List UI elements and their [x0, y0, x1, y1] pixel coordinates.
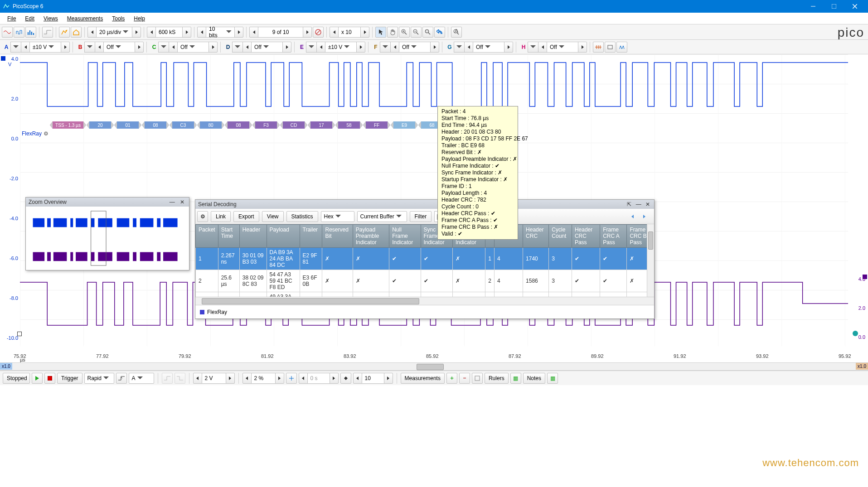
notes-icon[interactable]: ▦	[547, 373, 558, 384]
table-header-cell[interactable]: Start Time	[218, 225, 239, 248]
menu-help[interactable]: Help	[129, 14, 150, 24]
table-header-cell[interactable]: Trailer	[300, 225, 322, 248]
decode-cell[interactable]: 08	[225, 121, 252, 129]
signal-gen-icon[interactable]	[42, 27, 53, 38]
pointer-tool-icon[interactable]	[375, 27, 386, 38]
measurements-add-icon[interactable]: ＋	[446, 373, 457, 384]
channel-a-range-prev[interactable]	[21, 42, 30, 53]
channel-h-range-next[interactable]	[578, 42, 587, 53]
measurements-remove-icon[interactable]: －	[459, 373, 470, 384]
serial-format-select[interactable]: Hex	[321, 211, 354, 222]
zoom-rect-icon[interactable]	[422, 27, 433, 38]
serial-panel-titlebar[interactable]: Serial Decoding ⇱ — ✕	[195, 200, 654, 209]
table-header-cell[interactable]: Payload	[267, 225, 300, 248]
main-scrollbar-h[interactable]: x1.0 x1.0	[0, 362, 868, 371]
serial-filter-button[interactable]: Filter	[410, 211, 432, 222]
table-header-cell[interactable]: Header CRC Pass	[572, 225, 600, 248]
serial-scrollbar-h[interactable]	[195, 297, 654, 305]
channel-e-range-next[interactable]	[356, 42, 365, 53]
channel-b-range-next[interactable]	[135, 42, 144, 53]
serial-close-icon[interactable]: ✕	[644, 201, 651, 207]
serial-minimize-icon[interactable]: —	[635, 201, 643, 207]
timebase-next[interactable]	[132, 27, 141, 38]
channel-f-range-next[interactable]	[430, 42, 439, 53]
channel-f-label[interactable]: F	[371, 42, 380, 53]
zoom-minimize-icon[interactable]: —	[168, 199, 177, 205]
count-prev[interactable]	[353, 373, 362, 384]
channel-g-options[interactable]	[454, 42, 465, 53]
channel-a-options[interactable]	[10, 42, 21, 53]
trigger-level-prev[interactable]	[193, 373, 202, 384]
serial-view-button[interactable]: View	[262, 211, 284, 222]
trigger-channel-select[interactable]: A	[129, 373, 154, 384]
channel-g-label[interactable]: G	[445, 42, 454, 53]
decode-cell[interactable]: F3	[252, 121, 280, 129]
minimize-button[interactable]	[803, 0, 824, 13]
decode-protocol-label[interactable]: FlexRay⚙	[22, 130, 48, 137]
channel-a-label[interactable]: A	[2, 42, 11, 53]
pretrigger[interactable]: 2 %	[251, 373, 276, 384]
notes-button[interactable]: Notes	[523, 373, 545, 384]
decode-cell[interactable]: FF	[363, 121, 390, 129]
samples-prev[interactable]	[147, 27, 156, 38]
menu-edit[interactable]: Edit	[20, 14, 39, 24]
bits-prev[interactable]	[197, 27, 206, 38]
decode-cell[interactable]: 17	[308, 121, 335, 129]
channel-d-range-prev[interactable]	[242, 42, 252, 53]
buffer-select[interactable]: 9 of 10	[258, 27, 303, 38]
decode-cell[interactable]: 58	[335, 121, 363, 129]
table-row[interactable]: 12.267 ns30 01 09 B3 03DA B9 3A 24 AB BA…	[196, 248, 654, 270]
trigger-falling-icon[interactable]	[175, 373, 185, 384]
hand-tool-icon[interactable]	[387, 27, 398, 38]
trigger-level-next[interactable]	[226, 373, 235, 384]
channel-c-options[interactable]	[158, 42, 169, 53]
serial-export-button[interactable]: Export	[233, 211, 259, 222]
channel-d-options[interactable]	[232, 42, 243, 53]
samples-select[interactable]: 600 kS	[155, 27, 183, 38]
decode-cell[interactable]: 08	[142, 121, 169, 129]
decode-cell[interactable]: 20	[87, 121, 114, 129]
scope-mode-icon[interactable]	[2, 27, 13, 38]
trigger-label[interactable]: Trigger	[57, 373, 82, 384]
delay-prev[interactable]	[299, 373, 308, 384]
measurements-button[interactable]: Measurements	[401, 373, 445, 384]
channel-a-range[interactable]: ±10 V	[29, 42, 61, 53]
rulers-button[interactable]: Rulers	[485, 373, 509, 384]
spectrum-mode-icon[interactable]	[25, 27, 36, 38]
decode-cell[interactable]: C3	[170, 121, 197, 129]
pretrigger-prev[interactable]	[242, 373, 252, 384]
close-button[interactable]	[844, 0, 865, 13]
channel-b-options[interactable]	[84, 42, 95, 53]
channel-g-range-next[interactable]	[504, 42, 513, 53]
serial-protocol-label[interactable]: FlexRay	[207, 309, 227, 315]
zoom-select[interactable]: x 10	[338, 27, 361, 38]
table-header-cell[interactable]: Header	[239, 225, 267, 248]
capture-count[interactable]: 10	[362, 373, 384, 384]
decode-cell[interactable]: CD	[280, 121, 307, 129]
digital-icon[interactable]	[605, 42, 616, 53]
serial-nav-prev[interactable]	[627, 211, 638, 222]
menu-measurements[interactable]: Measurements	[63, 14, 107, 24]
decode-cell[interactable]: 80	[197, 121, 224, 129]
trigger-rising-icon[interactable]	[162, 373, 173, 384]
channel-c-range-next[interactable]	[209, 42, 218, 53]
pretrigger-reset-icon[interactable]	[286, 373, 297, 384]
channel-f-range-prev[interactable]	[390, 42, 399, 53]
measurements-edit-icon[interactable]	[472, 373, 483, 384]
math-icon[interactable]	[616, 42, 627, 53]
menu-file[interactable]: File	[3, 14, 20, 24]
channel-h-label[interactable]: H	[519, 42, 528, 53]
timebase-prev[interactable]	[87, 27, 97, 38]
channel-h-options[interactable]	[528, 42, 538, 53]
table-header-cell[interactable]: Null Frame Indicator	[389, 225, 421, 248]
channel-e-range[interactable]: ±10 V	[325, 42, 357, 53]
zoom-indicator-right[interactable]: x1.0	[856, 363, 868, 370]
rulers-icon[interactable]: ▦	[510, 373, 521, 384]
delay[interactable]: 0 s	[307, 373, 330, 384]
channel-d-label[interactable]: D	[223, 42, 233, 53]
home-icon[interactable]	[71, 27, 82, 38]
zoom-next[interactable]	[360, 27, 369, 38]
table-header-cell[interactable]: Reserved Bit	[322, 225, 353, 248]
buffer-overview-icon[interactable]	[313, 27, 324, 38]
serial-decode-table[interactable]: PacketStart TimeHeaderPayloadTrailerRese…	[195, 224, 654, 297]
